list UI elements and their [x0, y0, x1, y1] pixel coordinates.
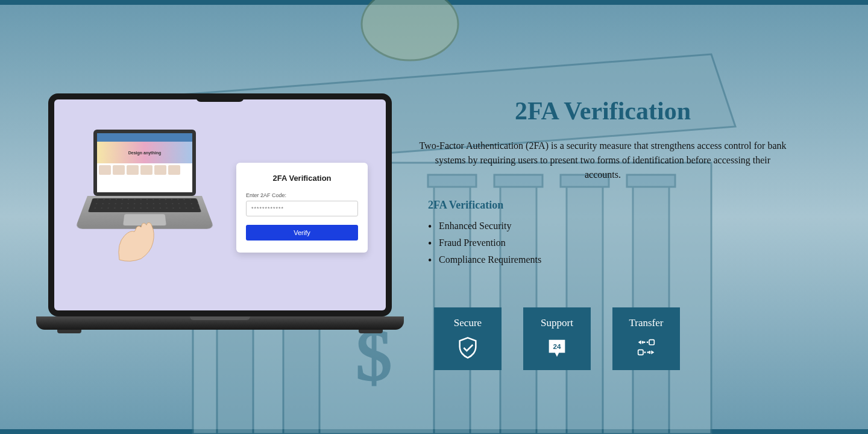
svg-marker-19	[651, 350, 654, 354]
svg-rect-16	[649, 340, 654, 345]
list-item: Fraud Prevention	[428, 234, 790, 251]
feature-tiles: Secure Support 24 Transfer	[434, 307, 680, 370]
verify-button[interactable]: Verify	[246, 225, 358, 241]
tile-transfer: Transfer	[612, 307, 680, 370]
support-24-icon: 24	[544, 335, 570, 360]
tile-label: Secure	[454, 317, 482, 329]
tile-secure: Secure	[434, 307, 502, 370]
mini-banner-text: Design anything	[97, 142, 192, 163]
svg-marker-17	[638, 341, 641, 345]
hand-illustration	[108, 211, 163, 265]
tile-support: Support 24	[523, 307, 591, 370]
svg-rect-18	[638, 350, 643, 354]
verification-card: 2FA Verification Enter 2AF Code: Verify	[236, 163, 368, 253]
svg-point-14	[362, 0, 458, 60]
laptop-base	[36, 316, 404, 330]
tile-label: Support	[541, 317, 573, 329]
list-item: Enhanced Security	[428, 218, 790, 234]
benefits-subhead: 2FA Verification	[428, 199, 790, 212]
laptop-mockup: Design anything 2FA Verification Enter 2…	[36, 93, 404, 333]
benefits-list: Enhanced Security Fraud Prevention Compl…	[428, 218, 790, 268]
page-description: Two-Factor Authentication (2FA) is a sec…	[416, 139, 790, 182]
laptop-screen: Design anything 2FA Verification Enter 2…	[54, 99, 386, 310]
card-title: 2FA Verification	[246, 174, 358, 183]
inner-laptop-illustration: Design anything	[84, 130, 205, 250]
content-section: 2FA Verification Two-Factor Authenticati…	[416, 96, 790, 268]
tile-label: Transfer	[629, 317, 664, 329]
page-headline: 2FA Verification	[416, 96, 790, 125]
list-item: Compliance Requirements	[428, 251, 790, 268]
code-input-label: Enter 2AF Code:	[246, 192, 358, 198]
svg-text:24: 24	[553, 342, 561, 350]
code-input[interactable]	[246, 201, 358, 216]
laptop-notch	[196, 93, 244, 102]
transfer-icon	[634, 335, 659, 360]
shield-check-icon	[455, 335, 480, 360]
